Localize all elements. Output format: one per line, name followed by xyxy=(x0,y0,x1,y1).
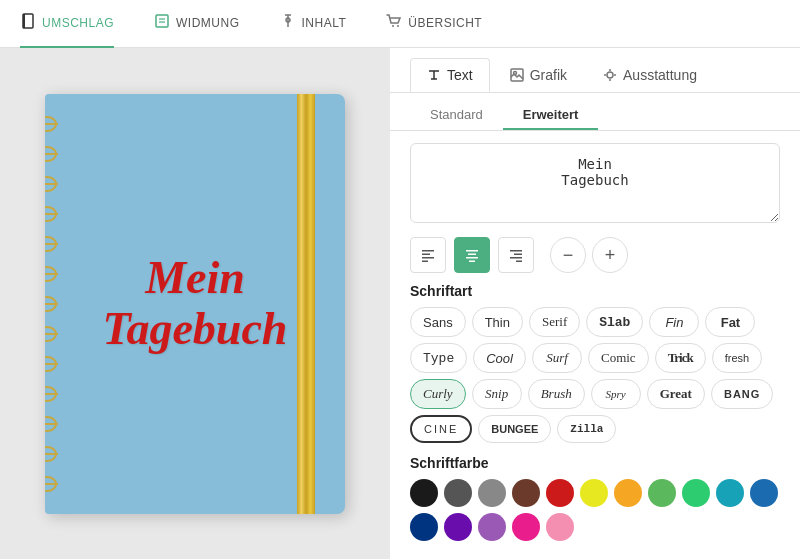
inhalt-icon xyxy=(280,13,296,32)
font-chip-fin[interactable]: Fin xyxy=(649,307,699,337)
align-left-button[interactable] xyxy=(410,237,446,273)
color-swatch-7[interactable] xyxy=(648,479,676,507)
font-chip-spry[interactable]: Spry xyxy=(591,379,641,409)
color-swatch-8[interactable] xyxy=(682,479,710,507)
align-right-button[interactable] xyxy=(498,237,534,273)
ring xyxy=(45,176,57,192)
book-title: Mein Tagebuch xyxy=(103,253,288,354)
ring xyxy=(45,116,57,132)
font-chip-trick[interactable]: Trick xyxy=(655,343,706,373)
font-section-label: Schriftart xyxy=(410,283,780,299)
color-swatch-10[interactable] xyxy=(750,479,778,507)
ring xyxy=(45,236,57,252)
font-chip-bang[interactable]: BANG xyxy=(711,379,773,409)
color-swatch-0[interactable] xyxy=(410,479,438,507)
ring xyxy=(45,296,57,312)
font-chip-great[interactable]: Great xyxy=(647,379,705,409)
nav-item-inhalt[interactable]: INHALT xyxy=(280,0,347,48)
ring xyxy=(45,476,57,492)
nav-item-ubersicht-label: ÜBERSICHT xyxy=(408,16,482,30)
nav-item-umschlag[interactable]: UMSCHLAG xyxy=(20,0,114,48)
text-input[interactable]: Mein Tagebuch xyxy=(410,143,780,223)
panel-content: Mein Tagebuch − + Schriftart Sans xyxy=(390,131,800,559)
font-chip-bungee[interactable]: BUNGEE xyxy=(478,415,551,443)
font-chip-fat[interactable]: Fat xyxy=(705,307,755,337)
color-swatch-12[interactable] xyxy=(444,513,472,541)
book-preview: Mein Tagebuch xyxy=(0,48,390,559)
font-grid: SansThinSerifSlabFinFatTypeCoolSurfComic… xyxy=(410,307,780,443)
svg-rect-2 xyxy=(156,15,168,27)
font-chip-thin[interactable]: Thin xyxy=(472,307,523,337)
color-swatch-4[interactable] xyxy=(546,479,574,507)
font-chip-cine[interactable]: CINE xyxy=(410,415,472,443)
nav-item-umschlag-label: UMSCHLAG xyxy=(42,16,114,30)
subtab-erweitert[interactable]: Erweitert xyxy=(503,101,599,130)
tab-text[interactable]: Text xyxy=(410,58,490,92)
sub-tabs: Standard Erweitert xyxy=(390,93,800,131)
svg-rect-13 xyxy=(422,250,434,252)
font-chip-snip[interactable]: Snip xyxy=(472,379,522,409)
font-chip-sans[interactable]: Sans xyxy=(410,307,466,337)
ring xyxy=(45,416,57,432)
widmung-icon xyxy=(154,13,170,32)
svg-rect-19 xyxy=(466,257,478,259)
font-chip-cool[interactable]: Cool xyxy=(473,343,526,373)
cart-icon xyxy=(386,13,402,32)
font-chip-zilla[interactable]: Zilla xyxy=(557,415,616,443)
align-center-button[interactable] xyxy=(454,237,490,273)
color-swatch-14[interactable] xyxy=(512,513,540,541)
font-chip-brush[interactable]: Brush xyxy=(528,379,585,409)
tab-ausstattung[interactable]: Ausstattung xyxy=(587,59,713,91)
color-swatch-6[interactable] xyxy=(614,479,642,507)
font-chip-surf[interactable]: Surf xyxy=(532,343,582,373)
ring xyxy=(45,356,57,372)
tab-grafik[interactable]: Grafik xyxy=(494,59,583,91)
book: Mein Tagebuch xyxy=(45,94,345,514)
font-chip-comic[interactable]: Comic xyxy=(588,343,649,373)
nav-item-widmung-label: WIDMUNG xyxy=(176,16,240,30)
font-chip-type[interactable]: Type xyxy=(410,343,467,373)
ring xyxy=(45,146,57,162)
align-controls: − + xyxy=(410,237,780,273)
color-swatch-2[interactable] xyxy=(478,479,506,507)
nav-item-inhalt-label: INHALT xyxy=(302,16,347,30)
font-chip-slab[interactable]: Slab xyxy=(586,307,643,337)
increase-size-button[interactable]: + xyxy=(592,237,628,273)
ring xyxy=(45,326,57,342)
spine-rings xyxy=(45,94,57,514)
gold-stripe xyxy=(297,94,315,514)
book-icon xyxy=(20,13,36,32)
decrease-size-button[interactable]: − xyxy=(550,237,586,273)
right-panel: Text Grafik Ausstattung Standard Erweite… xyxy=(390,48,800,559)
svg-rect-1 xyxy=(23,14,25,28)
tab-grafik-label: Grafik xyxy=(530,67,567,83)
tab-text-label: Text xyxy=(447,67,473,83)
color-swatch-5[interactable] xyxy=(580,479,608,507)
top-nav: UMSCHLAG WIDMUNG INHALT xyxy=(0,0,800,48)
svg-rect-18 xyxy=(468,254,476,256)
svg-rect-21 xyxy=(510,250,522,252)
svg-rect-22 xyxy=(514,254,522,256)
main-content: Mein Tagebuch Text Grafik Ausstattung xyxy=(0,48,800,559)
size-controls: − + xyxy=(550,237,628,273)
ring xyxy=(45,446,57,462)
color-swatch-15[interactable] xyxy=(546,513,574,541)
font-chip-fresh[interactable]: fresh xyxy=(712,343,762,373)
nav-item-widmung[interactable]: WIDMUNG xyxy=(154,0,240,48)
font-chip-curly[interactable]: Curly xyxy=(410,379,466,409)
color-swatch-13[interactable] xyxy=(478,513,506,541)
color-swatch-9[interactable] xyxy=(716,479,744,507)
ring xyxy=(45,386,57,402)
svg-rect-24 xyxy=(516,261,522,263)
tab-bar: Text Grafik Ausstattung xyxy=(390,48,800,93)
book-title-line2: Tagebuch xyxy=(103,304,288,355)
color-swatch-11[interactable] xyxy=(410,513,438,541)
nav-item-ubersicht[interactable]: ÜBERSICHT xyxy=(386,0,482,48)
svg-point-9 xyxy=(397,25,399,27)
font-chip-serif[interactable]: Serif xyxy=(529,307,580,337)
ring xyxy=(45,266,57,282)
subtab-standard[interactable]: Standard xyxy=(410,101,503,130)
color-swatch-1[interactable] xyxy=(444,479,472,507)
color-swatch-3[interactable] xyxy=(512,479,540,507)
svg-rect-15 xyxy=(422,257,434,259)
